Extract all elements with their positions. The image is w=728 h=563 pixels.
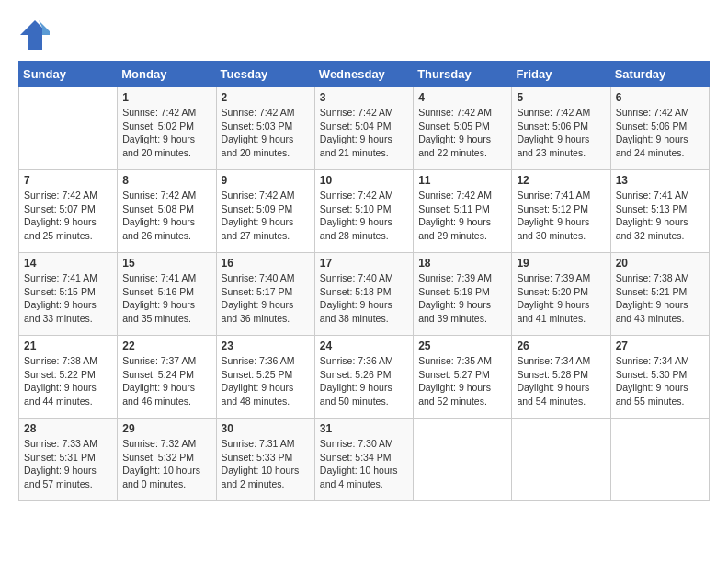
day-content-line: Daylight: 9 hours and 38 minutes. xyxy=(320,299,392,324)
day-content-line: Sunset: 5:17 PM xyxy=(222,286,293,297)
day-content-line: Sunrise: 7:30 AM xyxy=(320,438,393,449)
day-number: 16 xyxy=(222,257,310,270)
day-content: Sunrise: 7:41 AMSunset: 5:16 PMDaylight:… xyxy=(122,271,210,326)
day-content: Sunrise: 7:42 AMSunset: 5:07 PMDaylight:… xyxy=(24,189,112,243)
day-number: 31 xyxy=(320,422,408,435)
day-content-line: Daylight: 9 hours and 46 minutes. xyxy=(122,382,195,407)
calendar-cell: 26Sunrise: 7:34 AMSunset: 5:28 PMDayligh… xyxy=(512,336,610,419)
day-content-line: Sunrise: 7:42 AM xyxy=(122,190,196,201)
day-content-line: Sunrise: 7:42 AM xyxy=(418,190,492,201)
day-number: 11 xyxy=(418,174,506,187)
day-content-line: Sunset: 5:32 PM xyxy=(122,452,194,463)
day-content-line: Sunrise: 7:42 AM xyxy=(24,190,97,201)
day-content-line: Daylight: 10 hours and 0 minutes. xyxy=(122,465,200,489)
day-number: 15 xyxy=(122,257,210,270)
day-content: Sunrise: 7:42 AMSunset: 5:09 PMDaylight:… xyxy=(222,189,310,243)
calendar-cell: 18Sunrise: 7:39 AMSunset: 5:19 PMDayligh… xyxy=(414,253,512,336)
day-content-line: Daylight: 9 hours and 29 minutes. xyxy=(418,216,491,241)
day-number: 1 xyxy=(122,91,210,104)
day-content-line: Daylight: 9 hours and 21 minutes. xyxy=(320,133,392,158)
day-content-line: Sunrise: 7:31 AM xyxy=(222,438,295,449)
day-content-line: Sunrise: 7:42 AM xyxy=(222,190,295,201)
day-content-line: Daylight: 10 hours and 4 minutes. xyxy=(320,465,398,489)
calendar-cell: 11Sunrise: 7:42 AMSunset: 5:11 PMDayligh… xyxy=(414,170,512,253)
day-number: 22 xyxy=(122,339,210,352)
calendar-body: 1Sunrise: 7:42 AMSunset: 5:02 PMDaylight… xyxy=(19,87,710,501)
day-header-sunday: Sunday xyxy=(19,62,118,87)
day-content-line: Daylight: 9 hours and 33 minutes. xyxy=(24,299,97,324)
calendar-cell: 13Sunrise: 7:41 AMSunset: 5:13 PMDayligh… xyxy=(610,170,709,253)
day-content: Sunrise: 7:39 AMSunset: 5:19 PMDaylight:… xyxy=(418,271,506,326)
day-content: Sunrise: 7:38 AMSunset: 5:21 PMDaylight:… xyxy=(616,271,704,326)
calendar-cell: 7Sunrise: 7:42 AMSunset: 5:07 PMDaylight… xyxy=(19,170,118,253)
day-header-friday: Friday xyxy=(512,62,610,87)
day-header-saturday: Saturday xyxy=(610,62,709,87)
calendar-cell: 5Sunrise: 7:42 AMSunset: 5:06 PMDaylight… xyxy=(512,87,610,170)
day-content-line: Sunrise: 7:41 AM xyxy=(24,272,97,283)
day-content-line: Sunrise: 7:41 AM xyxy=(616,190,689,201)
day-number: 18 xyxy=(418,257,506,270)
day-content-line: Sunset: 5:07 PM xyxy=(24,203,96,214)
day-content: Sunrise: 7:42 AMSunset: 5:02 PMDaylight:… xyxy=(122,106,210,160)
day-content-line: Sunset: 5:28 PM xyxy=(517,369,588,380)
day-content-line: Sunset: 5:34 PM xyxy=(320,452,392,463)
day-content-line: Daylight: 9 hours and 24 minutes. xyxy=(616,133,688,158)
calendar-header: SundayMondayTuesdayWednesdayThursdayFrid… xyxy=(19,62,710,87)
day-number: 14 xyxy=(24,257,112,270)
day-header-monday: Monday xyxy=(118,62,216,87)
day-content-line: Daylight: 9 hours and 25 minutes. xyxy=(24,216,97,241)
day-number: 29 xyxy=(122,422,210,435)
day-content-line: Sunrise: 7:34 AM xyxy=(517,355,590,366)
day-content: Sunrise: 7:34 AMSunset: 5:30 PMDaylight:… xyxy=(616,354,704,408)
day-content: Sunrise: 7:41 AMSunset: 5:15 PMDaylight:… xyxy=(24,271,112,326)
day-content-line: Daylight: 9 hours and 57 minutes. xyxy=(24,465,97,489)
calendar-cell: 28Sunrise: 7:33 AMSunset: 5:31 PMDayligh… xyxy=(19,419,118,501)
day-content: Sunrise: 7:41 AMSunset: 5:12 PMDaylight:… xyxy=(517,189,605,243)
day-content: Sunrise: 7:40 AMSunset: 5:18 PMDaylight:… xyxy=(320,271,408,326)
calendar-cell: 1Sunrise: 7:42 AMSunset: 5:02 PMDaylight… xyxy=(118,87,216,170)
day-content-line: Sunrise: 7:40 AM xyxy=(320,272,393,283)
day-content: Sunrise: 7:35 AMSunset: 5:27 PMDaylight:… xyxy=(418,354,506,408)
day-content-line: Sunrise: 7:39 AM xyxy=(517,272,590,283)
day-content-line: Daylight: 9 hours and 55 minutes. xyxy=(616,382,688,407)
day-content-line: Daylight: 9 hours and 27 minutes. xyxy=(222,216,294,241)
day-content: Sunrise: 7:42 AMSunset: 5:06 PMDaylight:… xyxy=(616,106,704,160)
day-content-line: Sunset: 5:15 PM xyxy=(24,286,96,297)
day-content-line: Sunset: 5:20 PM xyxy=(517,286,588,297)
day-content-line: Sunrise: 7:38 AM xyxy=(24,355,97,366)
day-content-line: Sunrise: 7:36 AM xyxy=(222,355,295,366)
day-content-line: Sunset: 5:09 PM xyxy=(222,203,293,214)
day-content-line: Sunset: 5:05 PM xyxy=(418,121,490,132)
calendar-cell: 16Sunrise: 7:40 AMSunset: 5:17 PMDayligh… xyxy=(216,253,314,336)
day-content-line: Daylight: 9 hours and 43 minutes. xyxy=(616,299,688,324)
day-number: 19 xyxy=(517,257,605,270)
calendar-cell: 9Sunrise: 7:42 AMSunset: 5:09 PMDaylight… xyxy=(216,170,314,253)
day-content-line: Sunset: 5:22 PM xyxy=(24,369,96,380)
day-number: 4 xyxy=(418,91,506,104)
day-content: Sunrise: 7:42 AMSunset: 5:03 PMDaylight:… xyxy=(222,106,310,160)
day-content-line: Sunrise: 7:39 AM xyxy=(418,272,492,283)
logo-icon xyxy=(18,18,51,52)
day-content-line: Sunset: 5:27 PM xyxy=(418,369,490,380)
calendar-cell xyxy=(512,419,610,501)
day-content-line: Sunset: 5:08 PM xyxy=(122,203,194,214)
day-content: Sunrise: 7:38 AMSunset: 5:22 PMDaylight:… xyxy=(24,354,112,408)
day-content-line: Daylight: 9 hours and 20 minutes. xyxy=(122,133,195,158)
calendar-cell: 23Sunrise: 7:36 AMSunset: 5:25 PMDayligh… xyxy=(216,336,314,419)
day-content-line: Sunset: 5:10 PM xyxy=(320,203,392,214)
day-content-line: Sunrise: 7:32 AM xyxy=(122,438,196,449)
calendar-cell: 6Sunrise: 7:42 AMSunset: 5:06 PMDaylight… xyxy=(610,87,709,170)
day-content-line: Sunset: 5:24 PM xyxy=(122,369,194,380)
day-number: 9 xyxy=(222,174,310,187)
calendar-cell: 29Sunrise: 7:32 AMSunset: 5:32 PMDayligh… xyxy=(118,419,216,501)
day-content-line: Daylight: 9 hours and 26 minutes. xyxy=(122,216,195,241)
day-number: 26 xyxy=(517,339,605,352)
day-content-line: Sunset: 5:18 PM xyxy=(320,286,392,297)
calendar-cell: 19Sunrise: 7:39 AMSunset: 5:20 PMDayligh… xyxy=(512,253,610,336)
day-header-thursday: Thursday xyxy=(414,62,512,87)
day-content-line: Sunset: 5:33 PM xyxy=(222,452,293,463)
day-content-line: Daylight: 9 hours and 54 minutes. xyxy=(517,382,589,407)
day-content-line: Daylight: 10 hours and 2 minutes. xyxy=(222,465,300,489)
day-content-line: Sunrise: 7:36 AM xyxy=(320,355,393,366)
day-number: 7 xyxy=(24,174,112,187)
